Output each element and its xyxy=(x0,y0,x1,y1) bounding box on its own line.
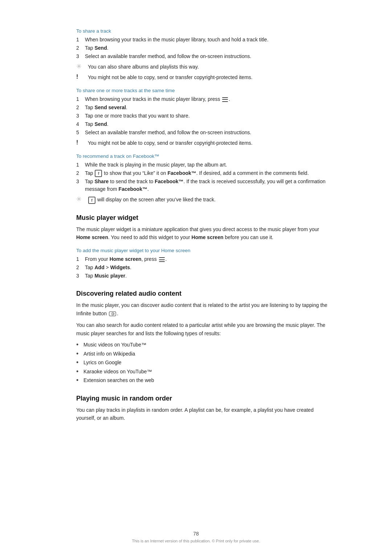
widget-section: Music player widget The music player wid… xyxy=(76,214,330,280)
discover-section: Discovering related audio content In the… xyxy=(76,290,330,385)
facebook-step-3: 3 Tap Share to send the track to Faceboo… xyxy=(76,178,330,193)
widget-body: The music player widget is a miniature a… xyxy=(76,225,330,242)
discover-title: Discovering related audio content xyxy=(76,290,330,297)
facebook-tip-icon: f xyxy=(88,197,95,204)
discover-bullet-2: • Artist info on Wikipedia xyxy=(76,350,330,358)
warning-icon-2: ! xyxy=(76,139,88,146)
footer-text: This is an Internet version of this publ… xyxy=(0,539,392,543)
share-track-step-3: 3 Select an available transfer method, a… xyxy=(76,53,330,60)
facebook-step-1: 1 While the track is playing in the musi… xyxy=(76,161,330,169)
share-multiple-heading: To share one or more tracks at the same … xyxy=(76,88,330,93)
facebook-heading: To recommend a track on Facebook™ xyxy=(76,153,330,159)
discover-bullet-5: • Extension searches on the web xyxy=(76,377,330,385)
discover-body2: You can also search for audio content re… xyxy=(76,321,330,337)
discover-bullet-list: • Music videos on YouTube™ • Artist info… xyxy=(76,341,330,385)
facebook-steps: 1 While the track is playing in the musi… xyxy=(76,161,330,193)
discover-body1: In the music player, you can discover au… xyxy=(76,301,330,317)
share-multiple-step-1: 1 When browsing your tracks in the music… xyxy=(76,95,330,103)
menu-icon-1 xyxy=(222,97,228,102)
facebook-like-icon: f xyxy=(95,170,102,177)
share-multiple-step-2: 2 Tap Send several. xyxy=(76,104,330,111)
share-track-tip: ✳ You can also share albums and playlist… xyxy=(76,63,330,71)
widget-step-3: 3 Tap Music player. xyxy=(76,272,330,280)
random-title: Playing music in random order xyxy=(76,395,330,402)
infinite-button-icon xyxy=(109,311,116,316)
widget-title: Music player widget xyxy=(76,214,330,222)
widget-steps: 1 From your Home screen, press . 2 Tap A… xyxy=(76,255,330,280)
share-track-section: To share a track 1 When browsing your tr… xyxy=(76,28,330,81)
share-multiple-steps: 1 When browsing your tracks in the music… xyxy=(76,95,330,136)
discover-bullet-3: • Lyrics on Google xyxy=(76,359,330,367)
share-track-warning: ! You might not be able to copy, send or… xyxy=(76,74,330,81)
menu-icon-2 xyxy=(159,257,165,262)
share-track-step-1: 1 When browsing your tracks in the music… xyxy=(76,36,330,44)
warning-icon: ! xyxy=(76,74,88,80)
tip-sunburst-icon-2: ✳ xyxy=(76,195,88,203)
share-multiple-step-5: 5 Select an available transfer method, a… xyxy=(76,129,330,136)
facebook-step-2: 2 Tap f to show that you “Like” it on Fa… xyxy=(76,169,330,177)
share-track-heading: To share a track xyxy=(76,28,330,34)
share-track-step-2: 2 Tap Send. xyxy=(76,44,330,52)
facebook-section: To recommend a track on Facebook™ 1 Whil… xyxy=(76,153,330,204)
share-multiple-section: To share one or more tracks at the same … xyxy=(76,88,330,147)
widget-sub-heading: To add the music player widget to your H… xyxy=(76,248,330,253)
page-number: 78 xyxy=(0,531,392,537)
facebook-tip: ✳ f will display on the screen after you… xyxy=(76,196,330,204)
share-multiple-step-3: 3 Tap one or more tracks that you want t… xyxy=(76,112,330,120)
share-multiple-warning: ! You might not be able to copy, send or… xyxy=(76,139,330,147)
discover-bullet-4: • Karaoke videos on YouTube™ xyxy=(76,368,330,376)
page-footer: 78 This is an Internet version of this p… xyxy=(0,531,392,543)
tip-sunburst-icon: ✳ xyxy=(76,62,88,70)
share-multiple-step-4: 4 Tap Send. xyxy=(76,120,330,128)
random-section: Playing music in random order You can pl… xyxy=(76,395,330,422)
widget-step-1: 1 From your Home screen, press . xyxy=(76,255,330,263)
widget-step-2: 2 Tap Add > Widgets. xyxy=(76,264,330,271)
share-track-steps: 1 When browsing your tracks in the music… xyxy=(76,36,330,60)
discover-bullet-1: • Music videos on YouTube™ xyxy=(76,341,330,349)
random-body: You can play tracks in playlists in rand… xyxy=(76,406,330,422)
